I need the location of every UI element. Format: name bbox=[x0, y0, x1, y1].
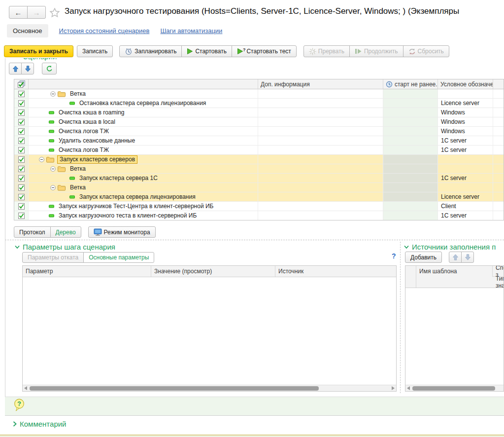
collapse-icon[interactable] bbox=[50, 166, 56, 172]
start-column-header[interactable]: старт не ранее... bbox=[383, 79, 438, 89]
folder-icon bbox=[58, 184, 66, 191]
step-params-h-scrollbar[interactable] bbox=[23, 385, 396, 391]
row-checkbox[interactable] bbox=[14, 202, 29, 211]
rollback-params-tab[interactable]: Параметры отката bbox=[22, 252, 84, 263]
row-checkbox[interactable] bbox=[14, 174, 29, 182]
start-test-button[interactable]: ? Стартовать тест bbox=[232, 45, 297, 57]
fill-sources-table-body[interactable] bbox=[405, 288, 504, 364]
name-column-header[interactable] bbox=[29, 79, 258, 89]
scenario-row[interactable]: Запуск нагрузочного теста в клиент-серве… bbox=[14, 211, 504, 220]
method-type-column-header[interactable]: Способ з Тип знач bbox=[493, 266, 504, 288]
scenario-row[interactable]: Ветка bbox=[14, 89, 504, 99]
scroll-thumb[interactable] bbox=[412, 386, 495, 391]
scenario-row[interactable]: Запуск кластера сервера лицензированияLi… bbox=[14, 192, 504, 202]
tab-state-history[interactable]: История состояний сценариев bbox=[59, 27, 150, 35]
refresh-button[interactable] bbox=[42, 63, 57, 74]
scenario-row[interactable]: Ветка bbox=[14, 183, 504, 192]
scroll-right-arrow[interactable] bbox=[390, 385, 396, 392]
collapse-icon[interactable] bbox=[50, 185, 56, 190]
reset-button[interactable]: Сбросить bbox=[403, 45, 449, 57]
row-unit-cell: Licence server bbox=[438, 99, 493, 108]
scenario-row[interactable]: Очистка кэша в localWindows bbox=[14, 117, 504, 127]
row-checkbox[interactable] bbox=[14, 108, 29, 117]
scroll-track[interactable] bbox=[29, 386, 390, 391]
start-button[interactable]: Стартовать bbox=[181, 45, 232, 57]
scroll-thumb[interactable] bbox=[30, 386, 319, 391]
row-label: Остановка кластера сервера лицензировани… bbox=[78, 100, 207, 107]
fill-move-up-button[interactable] bbox=[449, 252, 462, 263]
row-checkbox[interactable] bbox=[14, 164, 29, 173]
scenario-row[interactable]: Очистка кэша в roamingWindows bbox=[14, 108, 504, 117]
row-checkbox[interactable] bbox=[14, 89, 29, 98]
vertical-splitter[interactable] bbox=[400, 242, 401, 393]
scenario-row[interactable]: Запуск нагрузчиков Тест-Центра в клиент-… bbox=[14, 202, 504, 211]
scroll-left-arrow[interactable] bbox=[23, 385, 29, 392]
row-label: Ветка bbox=[68, 184, 87, 191]
move-down-button[interactable] bbox=[21, 63, 34, 74]
scenario-row[interactable]: Очистка логов ТЖWindows bbox=[14, 127, 504, 136]
row-label: Запуск нагрузочного теста в клиент-серве… bbox=[57, 212, 198, 219]
forward-button[interactable]: → bbox=[27, 6, 46, 19]
row-checkbox[interactable] bbox=[14, 155, 29, 164]
interrupt-button[interactable]: Прервать bbox=[303, 45, 350, 57]
template-name-column-header[interactable]: Имя шаблона bbox=[416, 266, 493, 277]
add-button[interactable]: Добавить bbox=[405, 252, 442, 263]
row-checkbox[interactable] bbox=[14, 183, 29, 192]
unit-column-header[interactable]: Условное обозначение ед bbox=[438, 79, 493, 89]
row-checkbox[interactable] bbox=[14, 99, 29, 108]
scenario-row[interactable]: Удалить сеансовые данные1C server bbox=[14, 136, 504, 146]
comment-section-header[interactable]: Комментарий bbox=[13, 420, 66, 428]
step-params-section-header[interactable]: Параметры шага сценария bbox=[15, 243, 115, 251]
scenario-row[interactable]: Ветка bbox=[14, 164, 504, 174]
step-params-table-body[interactable] bbox=[23, 277, 396, 364]
monitor-mode-button[interactable]: Режим монитора bbox=[88, 226, 156, 238]
tab-automation-steps[interactable]: Шаги автоматизации bbox=[160, 27, 222, 35]
save-and-close-button[interactable]: Записать и закрыть bbox=[4, 45, 73, 57]
scenario-row[interactable]: Остановка кластера сервера лицензировани… bbox=[14, 99, 504, 108]
source-column-header[interactable]: Источник bbox=[275, 266, 396, 277]
row-extra-cell bbox=[493, 136, 504, 145]
chevron-down-icon bbox=[404, 245, 409, 249]
back-button[interactable]: ← bbox=[9, 6, 28, 19]
scenario-row[interactable]: Запуск кластеров серверов bbox=[14, 155, 504, 164]
row-start-cell bbox=[383, 211, 438, 220]
leaf-icon bbox=[49, 120, 54, 124]
main-params-label: Основные параметры bbox=[89, 254, 149, 261]
value-column-header[interactable]: Значение (просмотр) bbox=[151, 266, 275, 277]
step-params-table-header: Параметр Значение (просмотр) Источник bbox=[23, 266, 396, 277]
command-toolbar: Записать и закрыть Записать Запланироват… bbox=[0, 44, 504, 58]
protocol-view-button[interactable]: Протокол bbox=[14, 226, 51, 238]
help-link[interactable]: ? bbox=[392, 252, 396, 260]
collapse-icon[interactable] bbox=[50, 91, 56, 97]
tree-toolbar bbox=[9, 63, 57, 74]
collapse-icon[interactable] bbox=[39, 157, 44, 162]
tree-view-button[interactable]: Дерево bbox=[50, 226, 81, 238]
leaf-icon bbox=[49, 214, 54, 218]
scroll-track[interactable] bbox=[411, 386, 504, 391]
schedule-button[interactable]: Запланировать bbox=[119, 45, 182, 57]
row-checkbox[interactable] bbox=[14, 192, 29, 201]
row-checkbox[interactable] bbox=[14, 211, 29, 220]
continue-button[interactable]: Продолжить bbox=[349, 45, 403, 57]
help-bubble-icon[interactable]: ? bbox=[14, 399, 25, 412]
favorite-star-icon[interactable] bbox=[49, 7, 61, 19]
param-column-header[interactable]: Параметр bbox=[23, 266, 151, 277]
move-up-button[interactable] bbox=[9, 63, 22, 74]
scroll-left-arrow[interactable] bbox=[405, 385, 411, 392]
horizontal-splitter[interactable] bbox=[5, 240, 504, 240]
row-checkbox[interactable] bbox=[14, 146, 29, 154]
fill-move-down-button[interactable] bbox=[461, 252, 474, 263]
fill-sources-section-header[interactable]: Источники заполнения п bbox=[404, 243, 504, 251]
row-unit-cell bbox=[438, 183, 493, 192]
main-params-tab[interactable]: Основные параметры bbox=[83, 252, 154, 263]
scenario-row[interactable]: Запуск кластера сервера 1С1C server bbox=[14, 174, 504, 183]
extra-info-column-header[interactable]: Доп. информация bbox=[258, 79, 383, 89]
row-checkbox[interactable] bbox=[14, 136, 29, 145]
select-all-header-cell[interactable] bbox=[14, 79, 29, 89]
row-checkbox[interactable] bbox=[14, 127, 29, 136]
fill-sources-h-scrollbar[interactable] bbox=[405, 385, 504, 391]
tab-main[interactable]: Основное bbox=[7, 24, 48, 37]
row-checkbox[interactable] bbox=[14, 117, 29, 126]
save-button[interactable]: Записать bbox=[77, 45, 113, 57]
scenario-row[interactable]: Очистка логов ТЖ1C server bbox=[14, 146, 504, 155]
